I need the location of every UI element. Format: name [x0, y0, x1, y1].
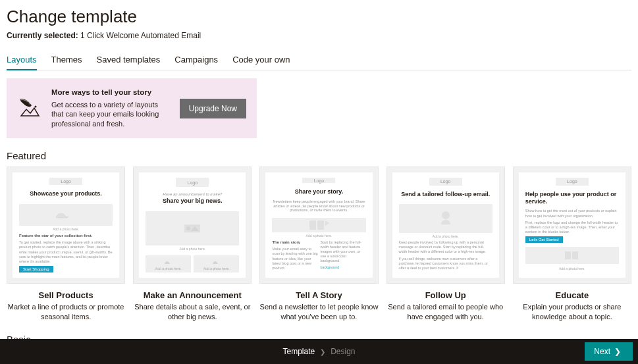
preview-sub: Have an announcement to make? — [163, 192, 222, 196]
preview-body2: Start by replacing the full-width header… — [321, 240, 366, 264]
banner-illustration-icon — [17, 96, 42, 121]
chevron-right-icon: ❯ — [320, 348, 325, 355]
preview-headline: Showcase your products. — [30, 190, 102, 197]
preview-logo: Logo — [429, 178, 462, 186]
template-desc: Explain your products or share knowledge… — [513, 302, 631, 322]
preview-intro: Show how to get the most out of your pro… — [525, 209, 619, 218]
section-featured-title: Featured — [7, 150, 631, 161]
preview-body: To get started, replace the image above … — [19, 240, 113, 264]
template-name: Educate — [513, 290, 631, 300]
preview-image — [146, 211, 239, 246]
template-educate[interactable]: Logo Help people use your product or ser… — [513, 167, 631, 284]
preview-logo: Logo — [302, 178, 335, 183]
chevron-right-icon: ❯ — [614, 347, 621, 356]
selected-value: 1 Click Welcome Automated Email — [80, 31, 201, 40]
template-name: Follow Up — [386, 290, 505, 300]
preview-cta: Let's Get Started — [525, 236, 563, 243]
template-desc: Share details about a sale, event, or ot… — [133, 302, 252, 322]
svg-point-2 — [186, 226, 190, 230]
template-sell-products[interactable]: Logo Showcase your products. Add a photo… — [7, 167, 125, 284]
preview-photo-caption: Add a photo here. — [399, 234, 492, 239]
preview-image — [525, 247, 619, 263]
template-card: Logo Share your story. Newsletters keep … — [259, 167, 378, 322]
tab-themes[interactable]: Themes — [51, 51, 82, 70]
banner-title: More ways to tell your story — [51, 88, 171, 98]
template-desc: Send a newsletter to let people know wha… — [259, 302, 378, 322]
template-desc: Send a tailored email to people who have… — [386, 302, 505, 322]
preview-logo: Logo — [556, 178, 589, 186]
breadcrumb-step-template[interactable]: Template — [282, 347, 315, 356]
template-name: Make an Announcement — [133, 290, 252, 300]
selected-template-line: Currently selected: 1 Click Welcome Auto… — [7, 31, 631, 40]
template-follow-up[interactable]: Logo Send a tailored follow-up email. Ad… — [386, 167, 505, 284]
preview-headline: Share your big news. — [163, 197, 223, 205]
preview-image — [272, 218, 365, 232]
tabs-nav: Layouts Themes Saved templates Campaigns… — [7, 51, 631, 70]
tab-layouts[interactable]: Layouts — [7, 51, 37, 70]
featured-grid: Logo Showcase your products. Add a photo… — [7, 167, 631, 322]
preview-link: background — [321, 265, 366, 269]
preview-body: First, replace the logo and change the f… — [525, 221, 619, 234]
page-title: Change template — [7, 7, 631, 27]
next-button[interactable]: Next ❯ — [585, 342, 633, 361]
preview-intro: Newsletters keep people engaged with you… — [272, 199, 365, 213]
preview-lead: The main story — [272, 240, 317, 246]
template-name: Tell A Story — [259, 290, 378, 300]
preview-headline: Help people use your product or service. — [525, 191, 619, 205]
template-card: Logo Have an announcement to make? Share… — [133, 167, 252, 322]
next-button-label: Next — [594, 347, 610, 356]
preview-photo-caption: Add a photo here. — [272, 234, 365, 238]
svg-rect-5 — [565, 251, 571, 259]
preview-logo: Logo — [49, 178, 82, 185]
template-tell-story[interactable]: Logo Share your story. Newsletters keep … — [259, 167, 378, 284]
template-card: Logo Send a tailored follow-up email. Ad… — [386, 167, 505, 322]
banner-text: More ways to tell your story Get access … — [51, 88, 171, 129]
upgrade-button[interactable]: Upgrade Now — [180, 99, 246, 118]
preview-body: Keep people involved by following up wit… — [399, 240, 492, 254]
wizard-footer: Template ❯ Design Next ❯ — [0, 339, 638, 364]
template-name: Sell Products — [7, 290, 125, 300]
preview-cta: Start Shopping — [19, 266, 53, 273]
preview-headline: Share your story. — [295, 188, 343, 195]
template-card: Logo Showcase your products. Add a photo… — [7, 167, 125, 322]
tab-campaigns[interactable]: Campaigns — [174, 51, 218, 70]
svg-point-0 — [35, 105, 37, 107]
selected-label: Currently selected: — [7, 31, 78, 40]
preview-body: Make your email easy to scan by leading … — [272, 247, 317, 271]
tab-code-your-own[interactable]: Code your own — [232, 51, 290, 70]
breadcrumb-step-design[interactable]: Design — [331, 347, 355, 356]
svg-rect-6 — [572, 251, 578, 259]
preview-headline: Send a tailored follow-up email. — [401, 191, 490, 198]
preview-mini-left: Add a photo here. — [146, 255, 191, 273]
preview-body2: If you sell things, welcome new customer… — [399, 257, 492, 271]
template-desc: Market a line of products or promote sea… — [7, 302, 125, 322]
preview-image — [399, 204, 492, 232]
upgrade-banner: More ways to tell your story Get access … — [7, 78, 257, 138]
svg-rect-4 — [317, 221, 324, 230]
preview-mini-right: Add a photo here. — [194, 255, 239, 273]
template-card: Logo Help people use your product or ser… — [513, 167, 631, 322]
preview-lead: Feature the star of your collection firs… — [19, 234, 113, 239]
preview-photo-caption: Add a photo here. — [146, 247, 239, 251]
svg-rect-3 — [309, 221, 316, 230]
preview-photo-caption: Add a photo here. — [525, 267, 619, 271]
template-make-announcement[interactable]: Logo Have an announcement to make? Share… — [133, 167, 252, 284]
tab-saved-templates[interactable]: Saved templates — [97, 51, 161, 70]
preview-photo-caption: Add a photo here. — [19, 227, 113, 232]
banner-body: Get access to a variety of layouts that … — [51, 100, 171, 130]
preview-logo: Logo — [176, 178, 209, 187]
preview-image — [19, 204, 113, 226]
